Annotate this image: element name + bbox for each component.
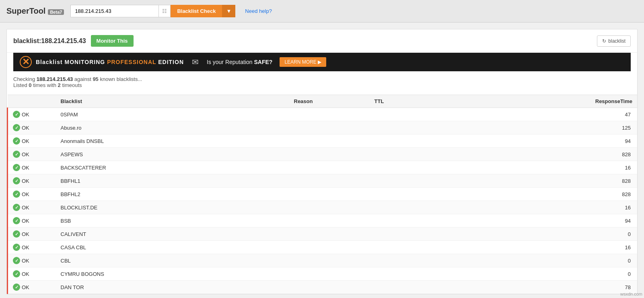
ok-icon: ✓ — [13, 204, 20, 211]
response-cell: 828 — [402, 174, 638, 188]
blacklist-cell: BSB — [56, 214, 289, 228]
response-cell: 0 — [402, 267, 638, 281]
status-ok: ✓ OK — [13, 190, 29, 198]
watermark: wsxdn.com — [620, 292, 642, 296]
table-row: ✓ OKAbuse.ro125 — [8, 121, 638, 135]
need-help-link[interactable]: Need help? — [245, 8, 272, 14]
blacklist-cell: CALIVENT — [56, 228, 289, 241]
page-header-left: blacklist:188.214.215.43 Monitor This — [13, 35, 134, 47]
blacklist-cell: DAN TOR — [56, 281, 289, 294]
col-header-ttl: TTL — [370, 95, 402, 108]
banner-safe-text: Is your Reputation SAFE? — [207, 59, 272, 65]
response-cell: 125 — [402, 121, 638, 135]
table-row: ✓ OKBLOCKLIST.DE16 — [8, 201, 638, 214]
status-ok: ✓ OK — [13, 111, 29, 118]
blacklist-cell: BBFHL2 — [56, 188, 289, 201]
ttl-cell — [370, 241, 402, 254]
table-row: ✓ OKDAN TOR78 — [8, 281, 638, 294]
reason-cell — [289, 267, 370, 281]
refresh-icon: ↻ — [602, 38, 606, 44]
blacklist-cell: CYMRU BOGONS — [56, 267, 289, 281]
beta-badge: Beta7 — [48, 9, 64, 15]
ttl-cell — [370, 254, 402, 267]
ttl-cell — [370, 281, 402, 294]
ttl-cell — [370, 214, 402, 228]
blacklist-cell: 0SPAM — [56, 108, 289, 121]
ok-icon: ✓ — [13, 124, 20, 131]
blacklist-cell: ASPEWS — [56, 148, 289, 161]
response-cell: 828 — [402, 188, 638, 201]
table-row: ✓ OK0SPAM47 — [8, 108, 638, 121]
status-ok: ✓ OK — [13, 124, 29, 131]
page-header: blacklist:188.214.215.43 Monitor This ↻ … — [7, 29, 637, 53]
status-cell: ✓ OK — [8, 135, 56, 148]
table-row: ✓ OKBBFHL2828 — [8, 188, 638, 201]
response-cell: 828 — [402, 148, 638, 161]
status-cell: ✓ OK — [8, 254, 56, 267]
learn-more-button[interactable]: LEARN MORE ▶ — [280, 57, 326, 67]
app-name: SuperTool — [6, 6, 45, 16]
status-cell: ✓ OK — [8, 188, 56, 201]
ttl-cell — [370, 148, 402, 161]
envelope-icon: ✉ — [192, 57, 199, 67]
status-ok: ✓ OK — [13, 177, 29, 184]
status-cell: ✓ OK — [8, 121, 56, 135]
blacklist-table: Blacklist Reason TTL ResponseTime ✓ OK0S… — [7, 95, 637, 294]
ttl-cell — [370, 108, 402, 121]
grid-icon[interactable]: ☷ — [159, 5, 171, 17]
status-ok: ✓ OK — [13, 284, 29, 291]
ok-icon: ✓ — [13, 137, 20, 145]
col-header-status — [8, 95, 56, 108]
status-cell: ✓ OK — [8, 161, 56, 174]
reason-cell — [289, 214, 370, 228]
status-cell: ✓ OK — [8, 267, 56, 281]
table-row: ✓ OKBBFHL1828 — [8, 174, 638, 188]
ok-icon: ✓ — [13, 217, 20, 224]
ttl-cell — [370, 135, 402, 148]
reason-cell — [289, 188, 370, 201]
monitor-this-button[interactable]: Monitor This — [91, 35, 134, 47]
table-row: ✓ OKBSB94 — [8, 214, 638, 228]
ttl-cell — [370, 267, 402, 281]
app-header: SuperTool Beta7 ☷ Blacklist Check ▼ Need… — [0, 0, 644, 23]
x-icon: ✕ — [20, 56, 32, 68]
status-cell: ✓ OK — [8, 108, 56, 121]
ok-icon: ✓ — [13, 257, 20, 264]
ok-icon: ✓ — [13, 111, 20, 118]
response-cell: 16 — [402, 241, 638, 254]
blacklist-cell: BBFHL1 — [56, 174, 289, 188]
search-area: ☷ Blacklist Check ▼ — [70, 5, 235, 17]
ok-icon: ✓ — [13, 230, 20, 238]
table-row: ✓ OKCBL0 — [8, 254, 638, 267]
search-input[interactable] — [70, 5, 159, 17]
ttl-cell — [370, 228, 402, 241]
ttl-cell — [370, 201, 402, 214]
dropdown-button[interactable]: ▼ — [222, 5, 235, 17]
response-cell: 0 — [402, 228, 638, 241]
status-ok: ✓ OK — [13, 137, 29, 145]
ttl-cell — [370, 121, 402, 135]
reason-cell — [289, 135, 370, 148]
reason-cell — [289, 281, 370, 294]
response-cell: 78 — [402, 281, 638, 294]
status-ok: ✓ OK — [13, 244, 29, 251]
blacklist-monitoring-banner: ✕ Blacklist MONITORING PROFESSIONAL EDIT… — [13, 53, 631, 71]
ttl-cell — [370, 174, 402, 188]
status-cell: ✓ OK — [8, 148, 56, 161]
ok-icon: ✓ — [13, 284, 20, 291]
blacklist-cell: CASA CBL — [56, 241, 289, 254]
ok-icon: ✓ — [13, 164, 20, 171]
blacklist-cell: Abuse.ro — [56, 121, 289, 135]
response-cell: 16 — [402, 201, 638, 214]
status-cell: ✓ OK — [8, 201, 56, 214]
status-ok: ✓ OK — [13, 270, 29, 277]
main-content: blacklist:188.214.215.43 Monitor This ↻ … — [6, 29, 638, 294]
status-cell: ✓ OK — [8, 281, 56, 294]
response-cell: 16 — [402, 161, 638, 174]
ttl-cell — [370, 188, 402, 201]
refresh-blacklist-button[interactable]: ↻ blacklist — [597, 35, 631, 47]
status-ok: ✓ OK — [13, 257, 29, 264]
status-cell: ✓ OK — [8, 241, 56, 254]
status-ok: ✓ OK — [13, 151, 29, 158]
blacklist-check-button[interactable]: Blacklist Check — [171, 5, 222, 17]
